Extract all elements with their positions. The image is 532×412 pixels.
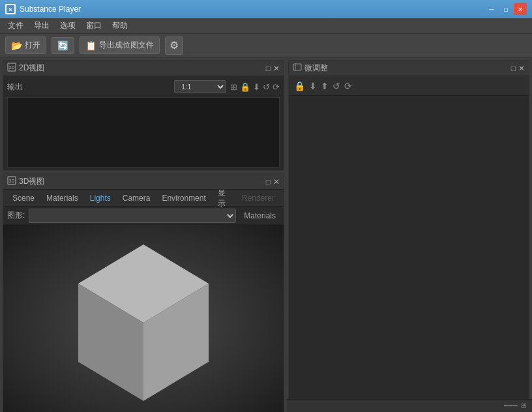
scene-label: 图形: bbox=[7, 210, 25, 221]
open-button[interactable]: 📂 打开 bbox=[5, 37, 46, 54]
filter-icon[interactable]: ⊞ bbox=[230, 82, 237, 92]
view-2d-maximize[interactable]: □ bbox=[266, 64, 271, 73]
minimize-button[interactable]: ─ bbox=[485, 3, 498, 15]
right-panel: 微调整 □ ✕ 🔒 ⬇ ⬆ ↺ ⟳ ━━━ 🖥 bbox=[287, 57, 532, 412]
menu-window[interactable]: 窗口 bbox=[81, 18, 107, 33]
svg-text:2D: 2D bbox=[9, 65, 15, 70]
download-icon[interactable]: ⬇ bbox=[309, 81, 317, 91]
view-3d-title: 3D视图 bbox=[19, 176, 44, 187]
close-button[interactable]: ✕ bbox=[514, 3, 527, 15]
main-content: 2D 2D视图 □ ✕ 输出 1:1 1:2 bbox=[0, 57, 532, 412]
finetune-header: 微调整 □ ✕ bbox=[289, 61, 529, 76]
lock-icon[interactable]: 🔒 bbox=[240, 82, 250, 92]
view-3d-maximize[interactable]: □ bbox=[266, 177, 271, 186]
app-title: Substance Player bbox=[20, 5, 81, 14]
scene-select[interactable] bbox=[29, 209, 236, 223]
window-controls: ─ □ ✕ bbox=[485, 3, 527, 15]
history-icon[interactable]: ⟳ bbox=[273, 82, 280, 92]
svg-text:3D: 3D bbox=[9, 179, 15, 183]
tab-materials[interactable]: Materials bbox=[41, 192, 83, 205]
app-icon: S bbox=[5, 4, 16, 14]
output-label: 输出 bbox=[7, 81, 23, 93]
svg-rect-9 bbox=[293, 64, 301, 70]
view-3d-icon: 3D bbox=[7, 176, 16, 187]
maximize-button[interactable]: □ bbox=[499, 3, 512, 15]
folder-icon: 📂 bbox=[11, 40, 22, 51]
status-text: ━━━ 🖥 bbox=[504, 402, 527, 410]
view-3d-tabs: Scene Materials Lights Camera Environmen… bbox=[3, 190, 284, 207]
3d-cube bbox=[59, 225, 228, 412]
finetune-panel: 微调整 □ ✕ 🔒 ⬇ ⬆ ↺ ⟳ ━━━ 🖥 bbox=[288, 60, 529, 409]
redo-icon[interactable]: ⟳ bbox=[344, 81, 352, 91]
view-2d-canvas bbox=[7, 97, 280, 168]
view-3d-panel: 3D 3D视图 □ ✕ Scene Materials Lights Camer… bbox=[3, 173, 284, 412]
refresh-button[interactable]: 🔄 bbox=[52, 37, 74, 54]
svg-text:S: S bbox=[8, 7, 12, 12]
gear-icon: ⚙ bbox=[170, 39, 179, 52]
tab-environment[interactable]: Environment bbox=[156, 192, 211, 205]
finetune-maximize[interactable]: □ bbox=[511, 64, 516, 73]
view-3d-close[interactable]: ✕ bbox=[273, 177, 280, 186]
menu-export[interactable]: 导出 bbox=[29, 18, 55, 33]
zoom-select[interactable]: 1:1 1:2 2:1 Fit bbox=[174, 80, 226, 93]
refresh-icon: 🔄 bbox=[57, 40, 68, 51]
title-bar: S Substance Player ─ □ ✕ bbox=[0, 0, 532, 18]
3d-canvas[interactable] bbox=[3, 225, 284, 412]
scene-controls: 图形: Materials bbox=[3, 207, 284, 225]
view-2d-title: 2D视图 bbox=[19, 63, 44, 74]
view-2d-icon: 2D bbox=[7, 63, 16, 74]
lock-icon[interactable]: 🔒 bbox=[294, 81, 305, 91]
finetune-close[interactable]: ✕ bbox=[518, 64, 525, 73]
menu-options[interactable]: 选项 bbox=[55, 18, 81, 33]
tab-scene[interactable]: Scene bbox=[7, 192, 40, 205]
finetune-body: ━━━ 🖥 bbox=[289, 96, 529, 409]
upload-icon[interactable]: ⬆ bbox=[321, 81, 329, 91]
toolbar: 📂 打开 🔄 📋 导出成位图文件 ⚙ bbox=[0, 34, 532, 57]
export-button[interactable]: 📋 导出成位图文件 bbox=[80, 37, 160, 54]
materials-button[interactable]: Materials bbox=[240, 210, 280, 222]
menu-file[interactable]: 文件 bbox=[3, 18, 29, 33]
finetune-toolbar: 🔒 ⬇ ⬆ ↺ ⟳ bbox=[289, 76, 529, 96]
tab-camera[interactable]: Camera bbox=[117, 192, 156, 205]
export-label: 导出成位图文件 bbox=[99, 40, 154, 51]
arrow-down-icon[interactable]: ⬇ bbox=[253, 82, 260, 92]
view-2d-header: 2D 2D视图 □ ✕ bbox=[3, 61, 284, 76]
view-3d-header: 3D 3D视图 □ ✕ bbox=[3, 174, 284, 190]
left-panel: 2D 2D视图 □ ✕ 输出 1:1 1:2 bbox=[0, 57, 287, 412]
finetune-icon bbox=[293, 63, 302, 74]
menu-help[interactable]: 帮助 bbox=[107, 18, 133, 33]
settings-button[interactable]: ⚙ bbox=[165, 37, 183, 55]
sync-icon[interactable]: ↺ bbox=[263, 82, 270, 92]
view-2d-close[interactable]: ✕ bbox=[273, 64, 280, 73]
view-2d-panel: 2D 2D视图 □ ✕ 输出 1:1 1:2 bbox=[3, 60, 284, 171]
tab-renderer: Renderer bbox=[237, 192, 280, 205]
menu-bar: 文件 导出 选项 窗口 帮助 bbox=[0, 18, 532, 34]
tab-lights[interactable]: Lights bbox=[85, 192, 116, 205]
undo-icon[interactable]: ↺ bbox=[332, 81, 340, 91]
finetune-title: 微调整 bbox=[304, 63, 328, 74]
open-label: 打开 bbox=[25, 40, 40, 51]
export-icon: 📋 bbox=[85, 40, 96, 51]
